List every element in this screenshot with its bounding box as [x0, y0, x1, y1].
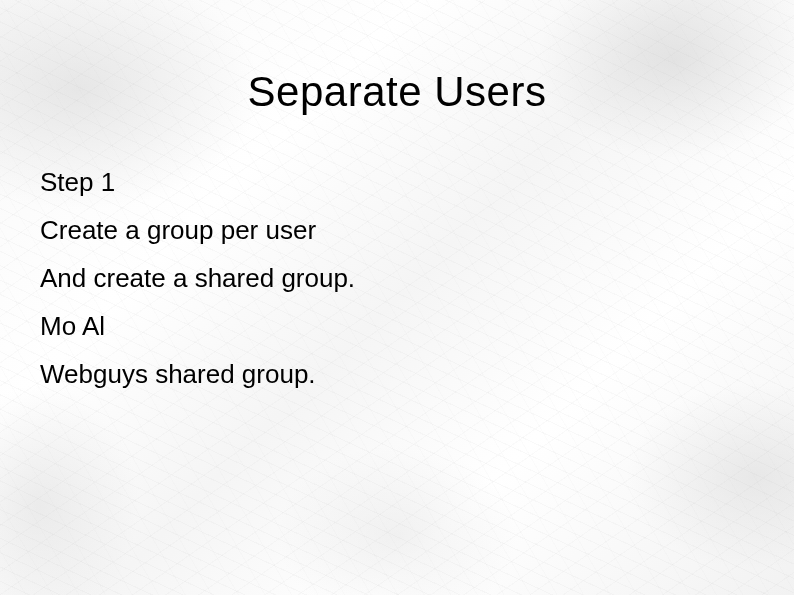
- slide-content: Separate Users Step 1 Create a group per…: [0, 0, 794, 398]
- slide-title: Separate Users: [40, 68, 754, 116]
- body-line-2: Create a group per user: [40, 206, 754, 254]
- body-line-5: Webguys shared group.: [40, 350, 754, 398]
- slide-body: Step 1 Create a group per user And creat…: [40, 158, 754, 398]
- body-line-3: And create a shared group.: [40, 254, 754, 302]
- body-line-1: Step 1: [40, 158, 754, 206]
- body-line-4: Mo Al: [40, 302, 754, 350]
